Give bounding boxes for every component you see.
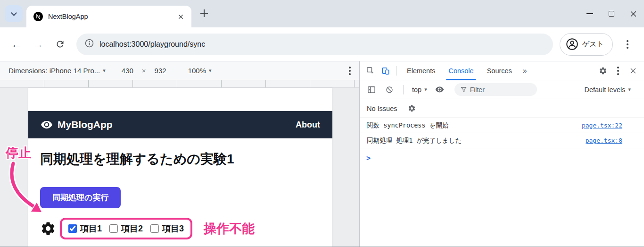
divider	[403, 85, 404, 94]
url-text: localhost:3000/playground/sync	[99, 40, 205, 49]
checkbox-row: 項目1 項目2 項目3 操作不能	[40, 218, 332, 239]
devtools-tabbar: Elements Console Sources »	[360, 61, 644, 80]
chevron-down-icon: ▾	[424, 86, 427, 93]
user-avatar-icon	[566, 38, 578, 51]
reload-button[interactable]	[50, 34, 70, 54]
kebab-icon	[627, 40, 628, 49]
forward-button[interactable]: →	[28, 34, 48, 54]
checkbox-item-2[interactable]: 項目2	[109, 223, 143, 234]
close-button[interactable]	[622, 0, 644, 27]
source-link[interactable]: page.tsx:22	[582, 122, 622, 129]
checkbox-label-1: 項目1	[80, 223, 102, 234]
checkbox-item-1[interactable]: 項目1	[68, 223, 102, 234]
browser-titlebar: NextBlogApp	[0, 0, 644, 27]
nav-link-about[interactable]: About	[296, 120, 320, 130]
console-settings-icon[interactable]	[405, 102, 419, 116]
app-brand[interactable]: MyBlogApp	[41, 119, 113, 131]
plus-icon	[200, 9, 208, 17]
source-link[interactable]: page.tsx:8	[586, 137, 622, 144]
guest-label: ゲスト	[582, 40, 604, 49]
chevron-down-icon: ▾	[628, 86, 631, 93]
context-value: top	[412, 86, 421, 94]
device-toolbar-menu-button[interactable]	[349, 67, 351, 75]
tab-close-icon[interactable]	[174, 10, 187, 23]
divider	[396, 66, 397, 76]
devtools-menu-button[interactable]	[611, 64, 625, 78]
zoom-value: 100%	[188, 67, 206, 75]
inspect-element-icon[interactable]	[363, 64, 378, 78]
site-info-icon[interactable]	[85, 39, 94, 50]
checkbox-group-highlight: 項目1 項目2 項目3	[60, 218, 192, 239]
viewport-height-input[interactable]: 932	[155, 67, 166, 75]
tab-elements[interactable]: Elements	[401, 61, 441, 80]
brand-label: MyBlogApp	[58, 119, 113, 130]
console-output: 関数 syncProcess を開始 page.tsx:22 同期処理 処理1 …	[360, 118, 644, 247]
console-prompt-row[interactable]: >	[360, 148, 644, 162]
device-toolbar-toggle-icon[interactable]	[379, 64, 393, 78]
device-viewport: MyBlogApp About 同期処理を理解するための実験1 同期処理の実行	[28, 88, 332, 247]
chevron-down-icon	[11, 10, 17, 16]
gear-icon	[40, 221, 56, 237]
minimize-button[interactable]	[579, 0, 601, 27]
back-button[interactable]: ←	[7, 34, 26, 54]
annotation-arrow-icon	[3, 162, 50, 216]
tab-title: NextBlogApp	[48, 13, 170, 20]
window-controls	[579, 0, 644, 27]
browser-tab[interactable]: NextBlogApp	[26, 6, 191, 27]
clear-console-icon[interactable]	[382, 83, 396, 97]
page-title: 同期処理を理解するための実験1	[40, 150, 332, 168]
dimensions-select[interactable]: Dimensions: iPhone 14 Pro...	[8, 67, 100, 75]
tab-console[interactable]: Console	[442, 61, 479, 80]
chevron-down-icon: ▾	[103, 68, 106, 74]
devtools-panel: Elements Console Sources » top ▾	[359, 61, 644, 247]
console-sidebar-icon[interactable]	[364, 83, 379, 97]
address-bar[interactable]: localhost:3000/playground/sync	[76, 34, 553, 55]
page-content: 同期処理を理解するための実験1 同期処理の実行 項目1	[28, 150, 332, 239]
console-filter[interactable]	[454, 83, 537, 96]
browser-navbar: ← → localhost:3000/playground/sync ゲスト	[0, 27, 644, 61]
levels-value: Default levels	[584, 86, 625, 94]
kebab-icon	[349, 67, 351, 75]
maximize-icon	[609, 11, 614, 17]
checkbox-label-2: 項目2	[121, 223, 143, 234]
ruler	[0, 80, 359, 88]
console-toolbar: top ▾ Default levels ▾	[360, 80, 644, 99]
devtools-close-button[interactable]	[626, 64, 640, 78]
issues-status: No Issues	[367, 105, 397, 112]
filter-funnel-icon	[460, 86, 467, 93]
new-tab-button[interactable]	[197, 6, 211, 20]
console-message-row: 同期処理 処理1 が完了しました page.tsx:8	[360, 133, 644, 148]
app-header: MyBlogApp About	[28, 111, 332, 138]
nextjs-favicon-icon	[33, 11, 43, 22]
run-sync-button[interactable]: 同期処理の実行	[40, 187, 121, 208]
live-expression-eye-icon[interactable]	[433, 83, 447, 97]
tab-sources[interactable]: Sources	[481, 61, 518, 80]
console-message-row: 関数 syncProcess を開始 page.tsx:22	[360, 118, 644, 133]
checkbox-3[interactable]	[150, 224, 159, 233]
more-tabs-button[interactable]: »	[519, 67, 531, 75]
chevron-down-icon: ▾	[209, 68, 212, 74]
context-select[interactable]: top ▾	[410, 86, 429, 94]
reload-icon	[55, 39, 65, 49]
close-icon	[629, 67, 637, 75]
console-message: 同期処理 処理1 が完了しました	[367, 136, 462, 145]
kebab-icon	[617, 67, 619, 75]
devtools-settings-icon[interactable]	[596, 64, 610, 78]
multiply-sign: ×	[142, 67, 146, 75]
eye-icon	[41, 119, 53, 131]
checkbox-1[interactable]	[68, 224, 77, 233]
tab-search-button[interactable]	[5, 5, 23, 22]
device-toolbar: Dimensions: iPhone 14 Pro... ▾ 430 × 932…	[0, 61, 359, 80]
checkbox-2[interactable]	[109, 224, 118, 233]
filter-input[interactable]	[470, 86, 531, 94]
annotation-not-operable: 操作不能	[204, 220, 255, 237]
zoom-select[interactable]: 100% ▾	[188, 67, 212, 75]
checkbox-item-3[interactable]: 項目3	[150, 223, 184, 234]
log-levels-select[interactable]: Default levels ▾	[582, 86, 633, 94]
console-prompt-icon[interactable]: >	[366, 154, 371, 162]
browser-menu-button[interactable]	[618, 34, 637, 54]
maximize-button[interactable]	[601, 0, 622, 27]
console-message: 関数 syncProcess を開始	[367, 121, 448, 130]
profile-button[interactable]: ゲスト	[560, 33, 613, 56]
viewport-width-input[interactable]: 430	[122, 67, 133, 75]
